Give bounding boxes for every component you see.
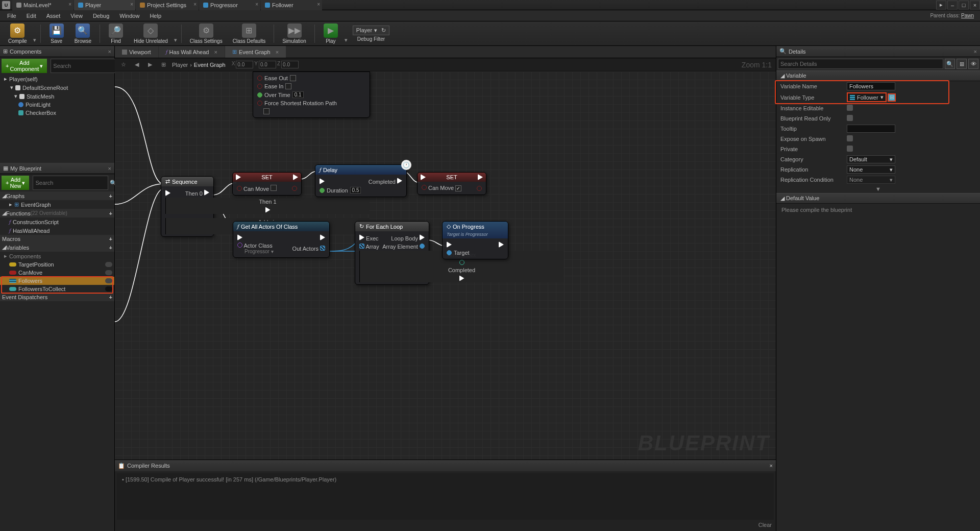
pin-class[interactable] [237,243,242,248]
pin-array[interactable] [320,246,325,251]
tab-player[interactable]: Player× [74,0,135,10]
compile-button[interactable]: ⚙Compile [4,22,31,45]
pin-float[interactable] [257,92,262,98]
compiler-results-header[interactable]: 📋 Compiler Results × [115,460,776,471]
pin-exec-out[interactable] [265,207,271,213]
component-checkerbox[interactable]: CheckerBox [0,109,114,117]
pin-exec-in[interactable] [359,234,364,240]
graph-menu-button[interactable]: ⊞ [159,60,168,69]
function-haswallahead[interactable]: 𝑓HasWallAhead [0,226,114,235]
add-function-button[interactable]: + [109,210,112,216]
close-icon[interactable]: × [214,49,217,55]
dropdown-icon[interactable]: ▾ [345,37,348,45]
variables-section[interactable]: ◢Variables+ [0,243,114,252]
window-close-icon[interactable]: × [970,1,980,10]
value-input[interactable]: 0.5 [350,187,361,194]
menu-asset[interactable]: Asset [41,12,66,20]
close-icon[interactable]: × [255,2,258,7]
close-icon[interactable]: × [108,165,111,172]
visibility-toggle[interactable] [105,262,112,267]
menu-help[interactable]: Help [144,12,166,20]
function-constructionscript[interactable]: 𝑓ConstructionScript [0,218,114,226]
tab-projectsettings[interactable]: Project Settings× [136,0,199,10]
category-dropdown[interactable]: Default ▾ [847,155,895,163]
value-input[interactable]: 0.1 [292,91,304,98]
node-delay[interactable]: 🕐 𝑓Delay Completed Duration 0.5 [315,164,407,197]
node-set-canmove-2[interactable]: SET Can Move [417,172,486,195]
checkbox[interactable] [290,75,296,81]
hide-unrelated-button[interactable]: ◇Hide Unrelated [130,22,172,45]
coord-x-input[interactable] [236,61,253,68]
checkbox[interactable] [847,105,853,111]
event-dispatchers-section[interactable]: Event Dispatchers+ [0,293,114,301]
browse-button[interactable]: 🔍Browse [70,22,95,45]
pin-exec-in[interactable] [447,242,452,248]
clear-button[interactable]: Clear [758,522,772,531]
pin-exec-out[interactable] [397,178,402,184]
close-icon[interactable]: × [276,49,279,55]
simulation-button[interactable]: ▶▶Simulation [278,22,310,45]
pin-exec-in[interactable] [236,174,241,180]
pin-float[interactable] [320,188,325,193]
pin-bool[interactable] [422,185,427,190]
component-pointlight[interactable]: PointLight [0,101,114,109]
class-settings-button[interactable]: ⚙Class Settings [186,22,227,45]
pin-exec-out[interactable] [499,242,504,248]
details-search-input[interactable] [778,59,943,69]
window-maximize-icon[interactable]: □ [959,1,969,10]
details-panel-header[interactable]: 🔍 Details × [776,46,980,57]
add-component-button[interactable]: + Add Component ▾ [2,59,47,73]
pin-bool[interactable] [237,186,242,191]
nav-forward-button[interactable]: ▶ [145,60,155,69]
node-set-canmove-1[interactable]: SET Can Move [232,172,302,196]
debug-object-dropdown[interactable]: Player▾↻ [353,26,389,35]
node-sequence[interactable]: ⇄Sequence Then 0 Then 1 Add pin + [161,176,214,237]
variable-name-input[interactable] [847,82,895,90]
graph-canvas[interactable]: Ease Out Ease In Over Time0.1 Force Shor… [115,71,776,460]
add-macro-button[interactable]: + [109,236,112,242]
visibility-toggle[interactable] [105,286,112,292]
pin-target[interactable] [447,250,452,255]
expand-advanced-button[interactable]: ▼ [776,185,980,193]
component-player-self[interactable]: ▸Player(self) [0,75,114,83]
checkbox[interactable] [271,185,277,191]
pin-exec-in[interactable] [237,234,242,240]
close-icon[interactable]: × [130,2,133,7]
add-graph-button[interactable]: + [109,193,112,199]
dropdown-icon[interactable]: ▾ [174,37,177,45]
pin-bool[interactable] [257,84,262,89]
node-foreach[interactable]: ↻For Each Loop ExecLoop Body ArrayArray … [355,221,429,285]
component-staticmesh[interactable]: ▾StaticMesh [0,92,114,101]
component-defaultsceneroot[interactable]: ▾DefaultSceneRoot [0,83,114,92]
pin-bool-out[interactable] [292,186,297,191]
coord-y-input[interactable] [259,61,276,68]
menu-edit[interactable]: Edit [21,12,41,20]
variable-type-dropdown[interactable]: Follower ▾ [847,92,887,102]
search-icon[interactable]: 🔍 [945,59,955,69]
pin-exec-out[interactable] [320,234,325,240]
checkbox[interactable] [455,185,461,191]
pin-exec-in[interactable] [165,190,170,196]
favorite-button[interactable]: ☆ [119,60,128,69]
menu-window[interactable]: Window [114,12,144,20]
menu-debug[interactable]: Debug [88,12,114,20]
add-dispatcher-button[interactable]: + [109,294,112,300]
visibility-toggle[interactable] [105,270,112,275]
save-button[interactable]: 💾Save [45,22,68,45]
pin-bool[interactable] [257,101,262,106]
pin-exec-out[interactable] [293,174,298,180]
pin-exec-out[interactable] [204,189,209,196]
tab-eventgraph[interactable]: ⊞Event Graph× [225,46,286,58]
close-icon[interactable]: × [317,2,320,7]
class-defaults-button[interactable]: ⊞Class Defaults [229,22,270,45]
replication-dropdown[interactable]: None ▾ [847,165,895,174]
visibility-toggle[interactable] [105,278,112,283]
pin-bool[interactable] [257,76,262,81]
graph-eventgraph[interactable]: ▸⊞EventGraph [0,200,114,209]
pin-exec-out[interactable] [459,275,464,281]
pin-exec-in[interactable] [320,178,325,184]
close-icon[interactable]: × [770,463,773,469]
parent-class-link[interactable]: Pawn [961,13,974,18]
refresh-icon[interactable]: ↻ [381,27,386,34]
components-panel-header[interactable]: ⊞ Components × [0,46,114,57]
